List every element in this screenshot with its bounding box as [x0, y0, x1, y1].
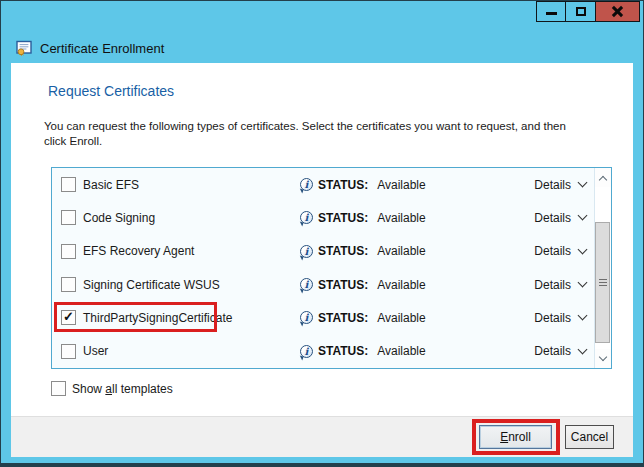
show-all-templates-label: Show all templates	[72, 382, 173, 396]
info-icon	[300, 245, 313, 258]
status-value: Available	[377, 278, 425, 292]
info-icon	[300, 178, 313, 191]
certificate-icon	[16, 40, 33, 57]
certificate-row: Code Signing STATUS: Available Details	[52, 201, 594, 234]
chevron-down-icon	[578, 211, 588, 221]
scrollbar-thumb[interactable]	[595, 222, 610, 343]
certificate-checkbox[interactable]	[61, 177, 76, 192]
certificate-name: EFS Recovery Agent	[83, 244, 194, 258]
info-icon	[300, 211, 313, 224]
certificate-row: Signing Certificate WSUS STATUS: Availab…	[52, 268, 594, 301]
status-label: STATUS:	[318, 178, 368, 192]
info-icon	[300, 278, 313, 291]
minimize-icon	[546, 12, 557, 15]
details-label: Details	[534, 311, 571, 325]
certificate-checkbox[interactable]	[61, 210, 76, 225]
details-label: Details	[534, 278, 571, 292]
description-line-1: You can request the following types of c…	[44, 119, 566, 134]
chevron-down-icon	[578, 344, 588, 354]
certificate-name: Signing Certificate WSUS	[83, 278, 220, 292]
status-value: Available	[377, 344, 425, 358]
details-dropdown[interactable]: Details	[534, 178, 586, 192]
details-dropdown[interactable]: Details	[534, 344, 586, 358]
details-label: Details	[534, 211, 571, 225]
chevron-down-icon	[578, 244, 588, 254]
certificate-row: EFS Recovery Agent STATUS: Available Det…	[52, 235, 594, 268]
status-value: Available	[377, 311, 425, 325]
certificate-row: ThirdPartySigningCertificate STATUS: Ava…	[52, 301, 594, 334]
status-label: STATUS:	[318, 211, 368, 225]
certificate-rows: Basic EFS STATUS: Available Details Code…	[52, 168, 594, 368]
scroll-up-button[interactable]	[595, 168, 611, 187]
details-dropdown[interactable]: Details	[534, 278, 586, 292]
chevron-down-icon	[599, 352, 607, 360]
details-label: Details	[534, 178, 571, 192]
details-dropdown[interactable]: Details	[534, 311, 586, 325]
chevron-up-icon	[599, 175, 607, 183]
status-label: STATUS:	[318, 344, 368, 358]
status-group: STATUS: Available	[300, 311, 426, 325]
minimize-button[interactable]	[537, 2, 566, 21]
status-value: Available	[377, 211, 425, 225]
status-group: STATUS: Available	[300, 211, 426, 225]
status-value: Available	[377, 178, 425, 192]
window-title: Certificate Enrollment	[40, 41, 164, 56]
show-all-templates: Show all templates	[51, 381, 173, 396]
certificate-enrollment-window: Certificate Enrollment Request Certifica…	[0, 0, 644, 467]
status-group: STATUS: Available	[300, 278, 426, 292]
cancel-button[interactable]: Cancel	[565, 425, 614, 449]
chevron-down-icon	[578, 278, 588, 288]
certificate-name: ThirdPartySigningCertificate	[83, 311, 232, 325]
status-group: STATUS: Available	[300, 244, 426, 258]
status-group: STATUS: Available	[300, 178, 426, 192]
details-label: Details	[534, 244, 571, 258]
scrollbar-grip-icon	[599, 279, 607, 287]
status-label: STATUS:	[318, 278, 368, 292]
status-value: Available	[377, 244, 425, 258]
description-line-2: click Enroll.	[44, 134, 566, 149]
description: You can request the following types of c…	[44, 119, 566, 149]
details-dropdown[interactable]: Details	[534, 211, 586, 225]
certificate-checkbox[interactable]	[61, 344, 76, 359]
scroll-down-button[interactable]	[595, 349, 611, 368]
close-button[interactable]	[596, 2, 639, 21]
window-controls	[536, 1, 640, 22]
status-label: STATUS:	[318, 244, 368, 258]
close-icon	[611, 6, 624, 17]
maximize-icon	[576, 7, 586, 16]
show-all-templates-checkbox[interactable]	[51, 381, 66, 396]
info-icon	[300, 345, 313, 358]
chevron-down-icon	[578, 178, 588, 188]
certificate-name: User	[83, 344, 108, 358]
status-group: STATUS: Available	[300, 344, 426, 358]
status-label: STATUS:	[318, 311, 368, 325]
certificate-row: Basic EFS STATUS: Available Details	[52, 168, 594, 201]
certificate-name: Basic EFS	[83, 178, 139, 192]
certificate-checkbox[interactable]	[61, 244, 76, 259]
certificate-name: Code Signing	[83, 211, 155, 225]
chevron-down-icon	[578, 311, 588, 321]
maximize-button[interactable]	[566, 2, 596, 21]
certificate-checkbox[interactable]	[61, 310, 76, 325]
info-icon	[300, 311, 313, 324]
page-title: Request Certificates	[48, 83, 174, 99]
scrollbar[interactable]	[594, 168, 611, 368]
certificate-row: User STATUS: Available Details	[52, 335, 594, 368]
details-label: Details	[534, 344, 571, 358]
details-dropdown[interactable]: Details	[534, 244, 586, 258]
enroll-button[interactable]: Enroll	[479, 425, 552, 449]
certificate-list: Basic EFS STATUS: Available Details Code…	[51, 167, 612, 369]
certificate-checkbox[interactable]	[61, 277, 76, 292]
